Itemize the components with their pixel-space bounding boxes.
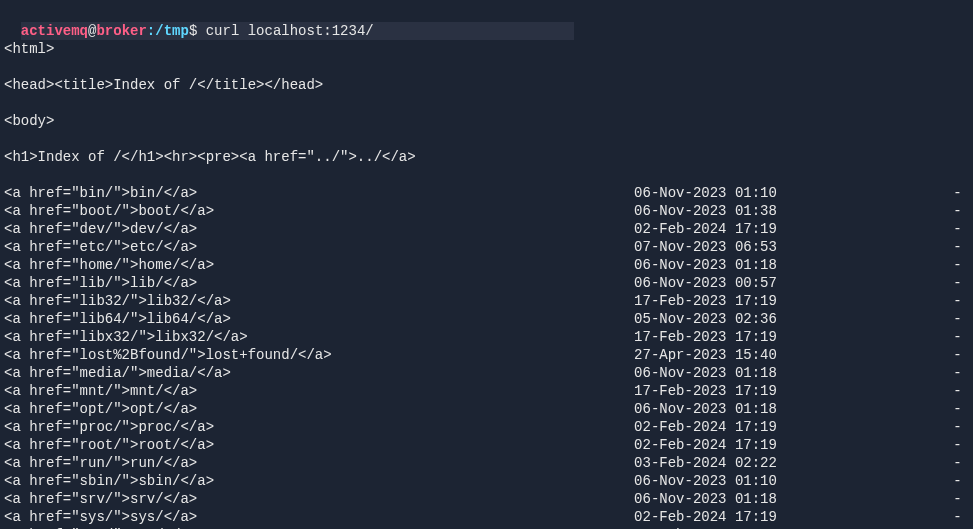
- prompt-host: broker: [96, 23, 146, 39]
- terminal-output[interactable]: activemq@broker:/tmp$ curl localhost:123…: [0, 0, 973, 529]
- dir-entry: <a href="run/">run/</a> 03-Feb-2024 02:2…: [4, 454, 969, 472]
- dir-entry: <a href="lib64/">lib64/</a> 05-Nov-2023 …: [4, 310, 969, 328]
- dir-entry: <a href="sbin/">sbin/</a> 06-Nov-2023 01…: [4, 472, 969, 490]
- output-line-head: <head><title>Index of /</title></head>: [4, 76, 969, 94]
- dir-entry: <a href="sys/">sys/</a> 02-Feb-2024 17:1…: [4, 508, 969, 526]
- dir-entry: <a href="lost%2Bfound/">lost+found/</a> …: [4, 346, 969, 364]
- dir-entry: <a href="lib32/">lib32/</a> 17-Feb-2023 …: [4, 292, 969, 310]
- command-text: curl localhost:1234/: [206, 23, 374, 39]
- output-line-body-open: <body>: [4, 112, 969, 130]
- output-line-h1: <h1>Index of /</h1><hr><pre><a href="../…: [4, 148, 969, 166]
- prompt-path: /tmp: [155, 23, 189, 39]
- prompt-user: activemq: [21, 23, 88, 39]
- dir-entry: <a href="lib/">lib/</a> 06-Nov-2023 00:5…: [4, 274, 969, 292]
- dir-entry: <a href="media/">media/</a> 06-Nov-2023 …: [4, 364, 969, 382]
- prompt-space: [197, 23, 205, 39]
- dir-entry: <a href="etc/">etc/</a> 07-Nov-2023 06:5…: [4, 238, 969, 256]
- dir-entry: <a href="root/">root/</a> 02-Feb-2024 17…: [4, 436, 969, 454]
- dir-entry: <a href="home/">home/</a> 06-Nov-2023 01…: [4, 256, 969, 274]
- dir-entry: <a href="opt/">opt/</a> 06-Nov-2023 01:1…: [4, 400, 969, 418]
- dir-entry: <a href="proc/">proc/</a> 02-Feb-2024 17…: [4, 418, 969, 436]
- dir-entry: <a href="libx32/">libx32/</a> 17-Feb-202…: [4, 328, 969, 346]
- dir-listing: <a href="bin/">bin/</a> 06-Nov-2023 01:1…: [4, 184, 969, 529]
- prompt-colon: :: [147, 23, 155, 39]
- dir-entry: <a href="mnt/">mnt/</a> 17-Feb-2023 17:1…: [4, 382, 969, 400]
- prompt-line: activemq@broker:/tmp$ curl localhost:123…: [21, 22, 574, 40]
- dir-entry: <a href="srv/">srv/</a> 06-Nov-2023 01:1…: [4, 490, 969, 508]
- dir-entry: <a href="boot/">boot/</a> 06-Nov-2023 01…: [4, 202, 969, 220]
- dir-entry: <a href="bin/">bin/</a> 06-Nov-2023 01:1…: [4, 184, 969, 202]
- dir-entry: <a href="dev/">dev/</a> 02-Feb-2024 17:1…: [4, 220, 969, 238]
- output-line-html-open: <html>: [4, 40, 969, 58]
